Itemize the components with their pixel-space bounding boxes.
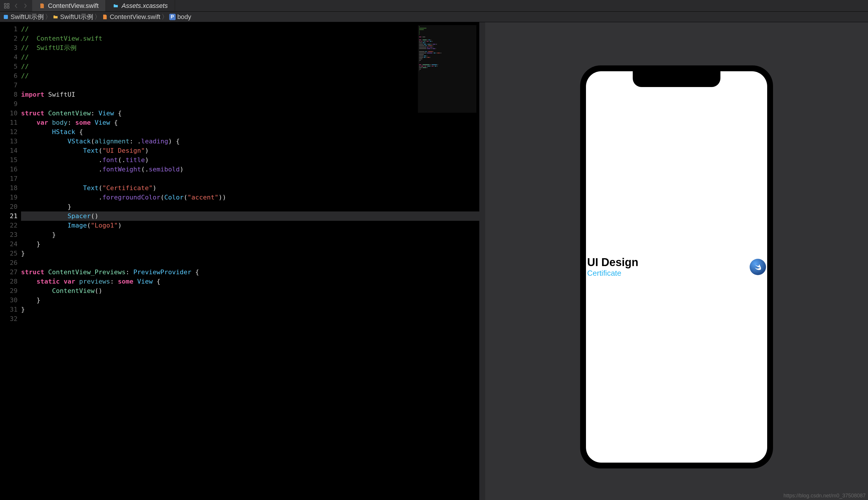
svg-rect-3 (7, 7, 9, 8)
code-line[interactable]: } (21, 230, 485, 239)
code-line[interactable]: // (21, 71, 485, 81)
crumb-label: body (177, 13, 191, 21)
code-line[interactable]: struct ContentView_Previews: PreviewProv… (21, 268, 485, 277)
scrollbar[interactable] (479, 22, 485, 500)
code-line[interactable]: } (21, 305, 485, 314)
crumb-folder[interactable]: SwiftUI示例 (53, 13, 93, 21)
project-icon (3, 14, 9, 20)
preview-pane: Preview UI Design Certificate (485, 22, 868, 500)
svg-rect-0 (4, 3, 6, 5)
code-line[interactable]: // (21, 62, 485, 71)
svg-rect-4 (4, 15, 8, 19)
folder-icon (53, 14, 58, 20)
forward-icon[interactable] (22, 3, 29, 9)
svg-rect-1 (7, 3, 9, 5)
preview-title: UI Design (587, 256, 638, 269)
chevron-right-icon: 〉 (162, 13, 168, 21)
code-line[interactable] (21, 258, 485, 268)
code-line[interactable]: Text("Certificate") (21, 183, 485, 193)
code-line[interactable]: static var previews: some View { (21, 277, 485, 286)
line-gutter: 1234567891011121314151617181920212223242… (0, 22, 21, 500)
crumb-file[interactable]: ContentView.swift (102, 13, 160, 21)
watermark: https://blog.csdn.net/m0_37508087 (783, 493, 866, 499)
assets-folder-icon (113, 3, 119, 9)
code-line[interactable] (21, 174, 485, 183)
tab-bar: ContentView.swift Assets.xcassets (0, 0, 868, 12)
code-line[interactable]: Text("UI Design") (21, 146, 485, 155)
squares-icon[interactable] (3, 3, 10, 9)
code-line[interactable]: } (21, 202, 485, 212)
code-line[interactable]: .font(.title) (21, 155, 485, 165)
editor-pane: 1234567891011121314151617181920212223242… (0, 22, 485, 500)
tab-label: ContentView.swift (48, 2, 99, 10)
crumb-label: SwiftUI示例 (11, 13, 44, 21)
phone-mockup: UI Design Certificate (580, 66, 773, 468)
code-line[interactable]: } (21, 249, 485, 258)
code-line[interactable]: // ContentView.swift (21, 34, 485, 43)
code-editor[interactable]: //// ContentView.swift// SwiftUI示例//////… (21, 22, 485, 500)
property-badge-icon: P (169, 14, 176, 20)
crumb-property[interactable]: P body (169, 13, 191, 21)
swift-logo-icon (750, 259, 766, 275)
tab-nav (0, 0, 32, 11)
code-line[interactable]: import SwiftUI (21, 90, 485, 99)
code-line[interactable]: // SwiftUI示例 (21, 43, 485, 53)
tab-contentview[interactable]: ContentView.swift (32, 0, 106, 11)
code-line[interactable]: var body: some View { (21, 118, 485, 127)
crumb-label: ContentView.swift (110, 13, 160, 21)
chevron-right-icon: 〉 (94, 13, 101, 21)
svg-rect-2 (4, 7, 6, 8)
code-line[interactable]: HStack { (21, 127, 485, 137)
code-line[interactable]: Spacer() (21, 212, 485, 221)
preview-subtitle: Certificate (587, 269, 638, 278)
breadcrumb: SwiftUI示例 〉 SwiftUI示例 〉 ContentView.swif… (0, 12, 868, 22)
code-line[interactable]: // (21, 24, 485, 34)
code-line[interactable] (21, 99, 485, 109)
chevron-right-icon: 〉 (45, 13, 52, 21)
code-line[interactable]: } (21, 239, 485, 249)
back-icon[interactable] (13, 3, 19, 9)
code-line[interactable]: VStack(alignment: .leading) { (21, 137, 485, 146)
code-line[interactable]: } (21, 296, 485, 305)
crumb-project[interactable]: SwiftUI示例 (3, 13, 44, 21)
phone-notch (633, 71, 720, 87)
tab-label: Assets.xcassets (122, 2, 168, 10)
swift-file-icon (39, 3, 45, 9)
code-line[interactable] (21, 81, 485, 90)
code-line[interactable]: Image("Logo1") (21, 221, 485, 230)
phone-screen: UI Design Certificate (586, 71, 767, 463)
code-line[interactable]: .foregroundColor(Color("accent")) (21, 193, 485, 202)
code-line[interactable]: .fontWeight(.semibold) (21, 165, 485, 174)
crumb-label: SwiftUI示例 (60, 13, 93, 21)
code-line[interactable]: // (21, 53, 485, 62)
code-line[interactable]: ContentView() (21, 286, 485, 296)
code-line[interactable]: struct ContentView: View { (21, 109, 485, 118)
code-line[interactable] (21, 314, 485, 323)
tab-assets[interactable]: Assets.xcassets (106, 0, 175, 11)
minimap[interactable] (418, 25, 476, 113)
phone-content: UI Design Certificate (586, 256, 767, 278)
swift-file-icon (102, 14, 108, 20)
main-split: 1234567891011121314151617181920212223242… (0, 22, 868, 500)
